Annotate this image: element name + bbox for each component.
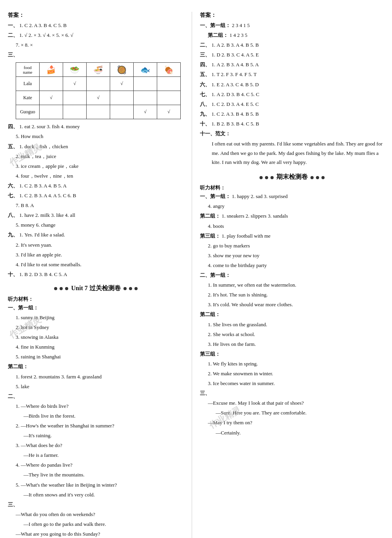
- section6-line1: 1. C 2. B 3. A 4. B 5. A: [19, 183, 67, 189]
- lsec1-item4: 4. fine in Kunming: [16, 343, 184, 351]
- section9-line1: 1. Yes. I'd like a salad.: [19, 232, 65, 238]
- plsec2-sub2: 第二组：: [200, 310, 384, 319]
- row-guoguo-name: Guoguo: [16, 105, 40, 119]
- section9-line3: 3. I'd like an apple pie.: [16, 251, 184, 259]
- plsec2-label: 二、第一组：: [200, 271, 384, 280]
- section9-line2: 2. It's seven yuan.: [16, 241, 184, 249]
- food-table: foodname 🍰 🥗 🍜 🥘 🐟 🍖 Lala √ √ Kate √: [16, 62, 181, 119]
- lsec1-item3: 3. snowing in Alaska: [16, 333, 184, 342]
- lsec2-i3: 3. —What does he do?: [16, 441, 184, 450]
- lsec2-i1: 1. —Where do birds live?: [16, 402, 184, 411]
- row-kate-c2: [63, 91, 87, 105]
- lsec1-item5: 5. raining in Shanghai: [16, 353, 184, 361]
- plsec3-i2b: —Certainly.: [216, 429, 384, 437]
- right-column: 答案： 一、第一组： 2 3 4 1 5 第二组： 1 4 2 3 5 二、 1…: [192, 12, 384, 538]
- row-guoguo-c1: [40, 105, 63, 119]
- rsec5: 五、 1. T 2. F 3. F 4. F 5. T: [200, 70, 384, 79]
- lsec2-label: 二、: [8, 392, 184, 401]
- section4-line2: 5. How much: [16, 132, 184, 141]
- plsec3-i1: —Excuse me. May I look at that pair of s…: [208, 399, 384, 407]
- row-lala-c6: [157, 77, 181, 91]
- row-lala-c5: [134, 77, 157, 91]
- listening-label-right: 听力材料：: [200, 184, 384, 191]
- row-kate-c6: [157, 91, 181, 105]
- row-kate-c3: √: [87, 91, 110, 105]
- lsec2-i4: 4. —Where do pandas live?: [16, 461, 184, 469]
- rsec3: 三、 1. D 2. B 3. C 4. A 5. E: [200, 51, 384, 59]
- food-icon-6: 🍖: [164, 65, 174, 74]
- section1: 一、 1. C 2. A 3. B 4. C 5. B: [8, 21, 184, 30]
- section2-label: 二、: [8, 32, 18, 38]
- section3-label: 三、: [8, 52, 18, 58]
- plsec2-s3i1: 1. We fly kites in spring.: [208, 360, 384, 368]
- lsec1-sub-line1: 1. forest 2. mountains 3. farm 4. grassl…: [16, 373, 184, 381]
- section6: 六、 1. C 2. B 3. A 4. B 5. A: [8, 182, 184, 190]
- lsec2-i4b: —They live in the mountains.: [24, 471, 184, 479]
- answer-label-right: 答案：: [200, 12, 384, 19]
- plsec3-i2: —May I try them on?: [208, 418, 384, 427]
- plsec1-line7: 3. show me your new toy: [208, 251, 384, 260]
- section4: 四、 1. eat 2. sour 3. fish 4. money: [8, 122, 184, 131]
- row-kate-c1: √: [40, 91, 63, 105]
- section5-line3: 3. ice cream，apple pie，cake: [16, 162, 184, 171]
- section1-line1: 1. C 2. A 3. B 4. C 5. B: [19, 22, 67, 28]
- answer-label-left: 答案：: [8, 12, 184, 19]
- section8-line1: 1. have 2. milk 3. like 4. all: [19, 212, 75, 218]
- food-icon-3: 🍜: [93, 65, 103, 74]
- section1-label: 一、: [8, 22, 18, 28]
- section8-line2: 5. money 6. change: [16, 221, 184, 229]
- lsec1-sub-line2: 5. lake: [16, 382, 184, 391]
- left-column: 答案： 一、 1. C 2. A 3. B 4. C 5. B 二、 1. √ …: [8, 12, 192, 538]
- section5: 五、 1. duck，fish，chicken: [8, 142, 184, 151]
- row-kate-c4: [110, 91, 134, 105]
- section8: 八、 1. have 2. milk 3. like 4. all: [8, 211, 184, 220]
- section4-line1: 1. eat 2. sour 3. fish 4. money: [19, 124, 80, 129]
- rsec7: 七、 1. A 2. D 3. B 4. C 5. C: [200, 90, 384, 99]
- lsec2-i5b: —It often snows and it's very cold.: [24, 491, 184, 499]
- rsec9: 九、 1. C 2. A 3. B 4. B 5. B: [200, 110, 384, 118]
- plsec2-s3i2: 2. We make snowmen in winter.: [208, 369, 384, 378]
- section2-line2: 7. × 8. ×: [16, 41, 184, 49]
- food-icon-1: 🍰: [46, 65, 56, 74]
- plsec2-s2i1: 1. She lives on the grassland.: [208, 320, 384, 329]
- lsec3-i1: —What do you often do on weekends?: [16, 510, 184, 519]
- section9-line4: 4. I'd like to eat some meatballs.: [16, 260, 184, 269]
- lsec1-sub: 第二组：: [8, 362, 184, 371]
- row-guoguo-c5: √: [134, 105, 157, 119]
- lsec2-i5: 5. —What's the weather like in Beijing i…: [16, 481, 184, 489]
- food-icon-4: 🥘: [117, 65, 127, 74]
- plsec2-i3: 3. It's cold. We should wear more clothe…: [208, 300, 384, 309]
- rsec1-sub: 第二组： 1 4 2 3 5: [208, 31, 384, 40]
- section7-line1: 1. C 2. B 3. A 4. A 5. C 6. B: [19, 193, 76, 198]
- food-icon-5: 🐟: [140, 65, 150, 74]
- plsec1-line8: 4. come to the birthday party: [208, 261, 384, 270]
- plsec2-s2i2: 2. She works at school.: [208, 330, 384, 339]
- lsec1-item2: 2. hot in Sydney: [16, 323, 184, 332]
- rsec4: 四、 1. A 2. B 3. A 4. B 5. A: [200, 60, 384, 69]
- period-title: 期末检测卷: [200, 173, 384, 181]
- plsec1-label: 一、第一组： 1. happy 2. sad 3. surprised: [200, 192, 384, 201]
- row-guoguo-c4: [110, 105, 134, 119]
- lsec3-label: 三、: [8, 500, 184, 509]
- section10-line1: 1. B 2. D 3. B 4. C 5. A: [19, 271, 67, 277]
- section5-line2: 2. milk，tea，juice: [16, 152, 184, 161]
- section5-label: 五、: [8, 144, 18, 149]
- rsec8: 八、 1. C 2. D 3. A 4. E 5. C: [200, 100, 384, 109]
- lsec2-i3b: —He is a farmer.: [24, 451, 184, 460]
- row-lala-c1: [40, 77, 63, 91]
- rsec10: 十、 1. B 2. B 3. B 4. C 5. B: [200, 120, 384, 128]
- rsec11-label: 十一、范文：: [200, 129, 384, 138]
- section7: 七、 1. C 2. B 3. A 4. A 5. C 6. B: [8, 191, 184, 200]
- plsec2-i2: 2. It's hot. The sun is shining.: [208, 291, 384, 299]
- row-lala-c3: [87, 77, 110, 91]
- section3: 三、: [8, 51, 184, 59]
- section10-label: 十、: [8, 271, 18, 277]
- lsec3-i2: —What are you going to do this Sunday?: [16, 530, 184, 538]
- section7-label: 七、: [8, 193, 18, 198]
- plsec2-s2i3: 3. He lives on the farm.: [208, 340, 384, 349]
- section8-label: 八、: [8, 212, 18, 218]
- lsec2-i1b: —Birds live in the forest.: [24, 412, 184, 420]
- row-lala-name: Lala: [16, 77, 40, 91]
- lsec2-i2b: —It's raining.: [24, 431, 184, 440]
- row-kate-c5: [134, 91, 157, 105]
